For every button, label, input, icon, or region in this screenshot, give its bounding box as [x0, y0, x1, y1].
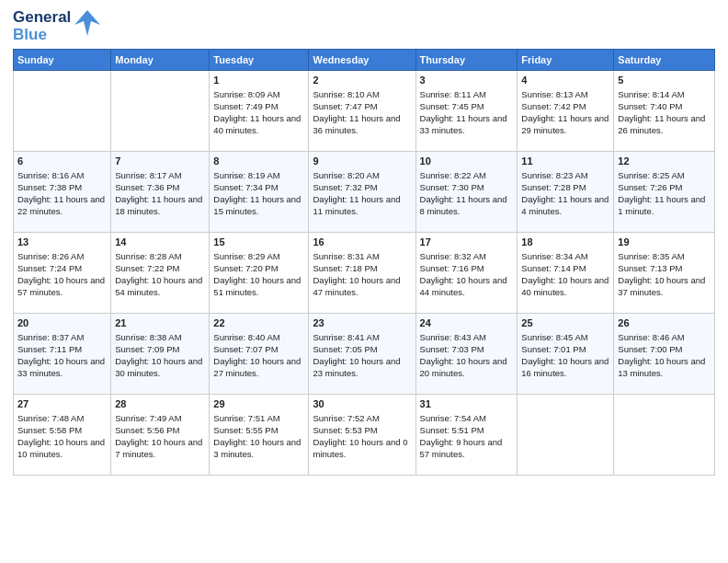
sunrise-text: Sunrise: 7:51 AM [213, 413, 304, 425]
sunset-text: Sunset: 5:53 PM [313, 425, 411, 437]
day-number: 19 [618, 236, 711, 249]
sunset-text: Sunset: 7:16 PM [420, 263, 514, 275]
calendar-cell: 16Sunrise: 8:31 AMSunset: 7:18 PMDayligh… [309, 233, 415, 314]
daylight-text: Daylight: 10 hours and 10 minutes. [17, 437, 107, 461]
sunset-text: Sunset: 7:28 PM [521, 182, 609, 194]
sunrise-text: Sunrise: 8:09 AM [213, 89, 304, 101]
sunrise-text: Sunrise: 8:14 AM [618, 89, 711, 101]
calendar-cell: 14Sunrise: 8:28 AMSunset: 7:22 PMDayligh… [111, 233, 210, 314]
sunset-text: Sunset: 7:01 PM [521, 344, 609, 356]
sunrise-text: Sunrise: 8:46 AM [618, 332, 711, 344]
daylight-text: Daylight: 10 hours and 57 minutes. [17, 275, 107, 299]
daylight-text: Daylight: 10 hours and 47 minutes. [313, 275, 411, 299]
calendar-cell: 12Sunrise: 8:25 AMSunset: 7:26 PMDayligh… [614, 152, 715, 233]
daylight-text: Daylight: 10 hours and 33 minutes. [17, 356, 107, 380]
day-number: 29 [213, 397, 304, 411]
calendar-cell: 21Sunrise: 8:38 AMSunset: 7:09 PMDayligh… [111, 314, 210, 395]
day-number: 12 [618, 155, 711, 168]
day-number: 21 [115, 316, 205, 330]
calendar-cell: 27Sunrise: 7:48 AMSunset: 5:58 PMDayligh… [14, 395, 111, 476]
calendar-cell: 18Sunrise: 8:34 AMSunset: 7:14 PMDayligh… [518, 233, 614, 314]
day-number: 17 [420, 236, 514, 249]
sunrise-text: Sunrise: 8:31 AM [313, 251, 411, 263]
calendar-cell: 3Sunrise: 8:11 AMSunset: 7:45 PMDaylight… [415, 71, 518, 152]
daylight-text: Daylight: 10 hours and 27 minutes. [213, 356, 304, 380]
calendar-cell: 28Sunrise: 7:49 AMSunset: 5:56 PMDayligh… [111, 395, 210, 476]
calendar-cell: 22Sunrise: 8:40 AMSunset: 7:07 PMDayligh… [210, 314, 309, 395]
sunset-text: Sunset: 7:40 PM [618, 101, 711, 113]
sunrise-text: Sunrise: 7:49 AM [115, 413, 205, 425]
calendar-cell: 19Sunrise: 8:35 AMSunset: 7:13 PMDayligh… [614, 233, 715, 314]
sunrise-text: Sunrise: 8:38 AM [115, 332, 205, 344]
day-number: 10 [420, 155, 514, 168]
day-number: 15 [213, 236, 304, 249]
col-header-thursday: Thursday [415, 50, 518, 71]
daylight-text: Daylight: 11 hours and 22 minutes. [17, 194, 107, 218]
sunrise-text: Sunrise: 8:17 AM [115, 170, 205, 182]
calendar-cell: 6Sunrise: 8:16 AMSunset: 7:38 PMDaylight… [14, 152, 111, 233]
day-number: 11 [521, 155, 609, 168]
col-header-wednesday: Wednesday [309, 50, 415, 71]
daylight-text: Daylight: 10 hours and 30 minutes. [115, 356, 205, 380]
sunrise-text: Sunrise: 7:54 AM [420, 413, 514, 425]
calendar-cell: 2Sunrise: 8:10 AMSunset: 7:47 PMDaylight… [309, 71, 415, 152]
sunrise-text: Sunrise: 8:41 AM [313, 332, 411, 344]
day-number: 23 [313, 316, 411, 330]
calendar-cell: 8Sunrise: 8:19 AMSunset: 7:34 PMDaylight… [210, 152, 309, 233]
calendar-cell [111, 71, 210, 152]
day-number: 16 [313, 236, 411, 249]
sunset-text: Sunset: 7:09 PM [115, 344, 205, 356]
day-number: 5 [618, 74, 711, 87]
sunset-text: Sunset: 7:49 PM [213, 101, 304, 113]
sunset-text: Sunset: 5:56 PM [115, 425, 205, 437]
sunset-text: Sunset: 7:45 PM [420, 101, 514, 113]
sunrise-text: Sunrise: 7:52 AM [313, 413, 411, 425]
daylight-text: Daylight: 11 hours and 1 minute. [618, 194, 711, 218]
calendar-cell: 26Sunrise: 8:46 AMSunset: 7:00 PMDayligh… [614, 314, 715, 395]
day-number: 8 [213, 155, 304, 168]
daylight-text: Daylight: 11 hours and 4 minutes. [521, 194, 609, 218]
calendar-cell: 7Sunrise: 8:17 AMSunset: 7:36 PMDaylight… [111, 152, 210, 233]
sunset-text: Sunset: 7:26 PM [618, 182, 711, 194]
calendar-cell: 29Sunrise: 7:51 AMSunset: 5:55 PMDayligh… [210, 395, 309, 476]
day-number: 20 [17, 316, 107, 330]
day-number: 27 [17, 397, 107, 411]
sunrise-text: Sunrise: 8:26 AM [17, 251, 107, 263]
sunset-text: Sunset: 7:20 PM [213, 263, 304, 275]
sunrise-text: Sunrise: 8:35 AM [618, 251, 711, 263]
day-number: 22 [213, 316, 304, 330]
logo-blue: Blue [13, 27, 71, 44]
sunrise-text: Sunrise: 8:28 AM [115, 251, 205, 263]
daylight-text: Daylight: 10 hours and 16 minutes. [521, 356, 609, 380]
sunrise-text: Sunrise: 8:29 AM [213, 251, 304, 263]
calendar-table: SundayMondayTuesdayWednesdayThursdayFrid… [13, 49, 715, 476]
sunrise-text: Sunrise: 8:25 AM [618, 170, 711, 182]
day-number: 31 [420, 397, 514, 411]
daylight-text: Daylight: 10 hours and 54 minutes. [115, 275, 205, 299]
calendar-cell: 15Sunrise: 8:29 AMSunset: 7:20 PMDayligh… [210, 233, 309, 314]
sunset-text: Sunset: 7:11 PM [17, 344, 107, 356]
sunset-text: Sunset: 7:13 PM [618, 263, 711, 275]
calendar-cell: 25Sunrise: 8:45 AMSunset: 7:01 PMDayligh… [518, 314, 614, 395]
daylight-text: Daylight: 11 hours and 40 minutes. [213, 113, 304, 137]
calendar-cell: 31Sunrise: 7:54 AMSunset: 5:51 PMDayligh… [415, 395, 518, 476]
sunrise-text: Sunrise: 8:40 AM [213, 332, 304, 344]
calendar-cell: 30Sunrise: 7:52 AMSunset: 5:53 PMDayligh… [309, 395, 415, 476]
logo-bird-icon [74, 8, 100, 41]
day-number: 2 [313, 74, 411, 87]
sunrise-text: Sunrise: 8:11 AM [420, 89, 514, 101]
sunset-text: Sunset: 7:42 PM [521, 101, 609, 113]
sunrise-text: Sunrise: 8:19 AM [213, 170, 304, 182]
sunset-text: Sunset: 7:18 PM [313, 263, 411, 275]
sunset-text: Sunset: 7:36 PM [115, 182, 205, 194]
calendar-header: SundayMondayTuesdayWednesdayThursdayFrid… [14, 50, 715, 71]
sunrise-text: Sunrise: 8:45 AM [521, 332, 609, 344]
daylight-text: Daylight: 11 hours and 8 minutes. [420, 194, 514, 218]
sunset-text: Sunset: 7:22 PM [115, 263, 205, 275]
daylight-text: Daylight: 9 hours and 57 minutes. [420, 437, 514, 461]
day-number: 30 [313, 397, 411, 411]
sunrise-text: Sunrise: 8:13 AM [521, 89, 609, 101]
calendar-cell [14, 71, 111, 152]
day-number: 28 [115, 397, 205, 411]
sunset-text: Sunset: 7:32 PM [313, 182, 411, 194]
